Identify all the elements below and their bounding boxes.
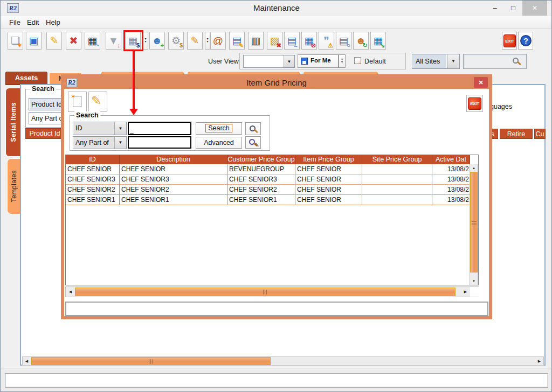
table-cell[interactable]: CHEF SENIOR1	[66, 195, 120, 205]
user-refresh-button[interactable]: ☻↻	[353, 32, 369, 50]
edit-button[interactable]: ✎	[46, 32, 62, 50]
scroll-left-icon[interactable]: ◀	[23, 357, 31, 365]
main-column-product-id[interactable]: Product Id	[25, 128, 64, 139]
dialog-close-button[interactable]: ✕	[474, 77, 488, 88]
help-button[interactable]: ?	[518, 32, 533, 50]
dialog-hscroll-thumb[interactable]	[75, 288, 456, 296]
chevron-down-icon[interactable]: ▼	[447, 54, 459, 68]
grid-export-button[interactable]: ▦↘	[370, 32, 386, 50]
for-me-spinner[interactable]: ▾ ▾	[339, 54, 346, 68]
chevron-down-icon[interactable]: ▼	[114, 137, 126, 149]
edit-document-button[interactable]: ✎	[187, 32, 203, 50]
export-document-button[interactable]: ▤→	[284, 32, 300, 50]
column-header-site-price-group[interactable]: Site Price Group	[362, 155, 432, 164]
scroll-left-icon[interactable]: ◀	[66, 288, 74, 296]
menu-file[interactable]: File	[7, 18, 23, 27]
search-lookup-button[interactable]	[245, 122, 261, 135]
dialog-horizontal-scrollbar[interactable]: ◀ ▶	[65, 286, 479, 297]
package-delete-button[interactable]: ▧✖	[267, 32, 282, 50]
freight-button[interactable]: ▦◔	[85, 32, 100, 50]
sidetab-templates[interactable]: Templates	[7, 158, 20, 214]
dialog-exit-button[interactable]: EXIT	[466, 95, 483, 112]
advanced-button[interactable]: Advanced	[196, 137, 242, 149]
sidetab-serial-items[interactable]: Serial Items	[5, 88, 20, 157]
filter-button[interactable]: ▼↓	[106, 32, 121, 50]
default-checkbox[interactable]	[354, 57, 361, 64]
quick-search-input[interactable]	[463, 54, 527, 69]
table-cell[interactable]: CHEF SENIOR1	[227, 195, 295, 205]
main-horizontal-scrollbar[interactable]: ◀ ▶	[22, 356, 544, 366]
scroll-right-icon[interactable]: ▶	[461, 288, 470, 296]
advanced-search-button[interactable]: ✎	[245, 136, 261, 149]
menu-help[interactable]: Help	[44, 18, 63, 27]
menu-edit[interactable]: Edit	[25, 18, 41, 27]
column-header-customer-price-group[interactable]: Customer Price Group	[227, 155, 295, 164]
scroll-right-icon[interactable]: ▶	[535, 357, 543, 365]
table-cell[interactable]: REVENUEGROUP	[227, 164, 295, 174]
table-cell[interactable]: CHEF SENIOR2	[120, 185, 227, 195]
dialog-field-combo[interactable]: ID ▼	[73, 122, 127, 135]
list-search-button[interactable]: ▤○	[336, 32, 351, 50]
table-cell[interactable]: CHEF SENIOR	[120, 164, 227, 174]
maximize-button[interactable]: □	[505, 1, 521, 16]
scroll-up-icon[interactable]: ▲	[470, 164, 478, 172]
table-cell[interactable]	[362, 174, 432, 185]
table-cell[interactable]: CHEF SENIOR	[295, 174, 362, 185]
add-user-button[interactable]: ☻+	[149, 32, 165, 50]
table-row[interactable]: CHEF SENIORCHEF SENIORREVENUEGROUPCHEF S…	[66, 164, 478, 174]
dialog-edit-button[interactable]: ✎	[88, 92, 107, 112]
table-cell[interactable]: CHEF SENIOR3	[66, 174, 120, 185]
item-grid-dropdown-button[interactable]: ▾ ▾	[143, 32, 148, 50]
table-cell[interactable]: CHEF SENIOR1	[120, 195, 227, 205]
site-combo[interactable]: All Sites ▼	[412, 54, 460, 69]
dialog-search-input[interactable]: _	[128, 122, 191, 135]
edit-document-dropdown-button[interactable]: ▾ ▾	[205, 32, 210, 50]
exit-button[interactable]: EXIT	[502, 32, 517, 50]
partial-column-retire[interactable]: Retire	[500, 129, 533, 139]
delete-button[interactable]: ✖	[66, 32, 81, 50]
user-view-combo[interactable]: ▼	[243, 55, 295, 68]
table-cell[interactable]	[362, 195, 432, 205]
table-row[interactable]: CHEF SENIOR2CHEF SENIOR2CHEF SENIOR2CHEF…	[66, 185, 478, 195]
save-button[interactable]: ▣	[26, 32, 42, 50]
table-cell[interactable]: CHEF SENIOR	[295, 185, 362, 195]
message-alert-button[interactable]: ❞⚠	[319, 32, 334, 50]
dialog-match-input[interactable]	[128, 136, 191, 149]
table-cell[interactable]: CHEF SENIOR3	[227, 174, 295, 185]
main-hscroll-thumb[interactable]	[31, 357, 271, 365]
table-cell[interactable]: CHEF SENIOR	[66, 164, 120, 174]
tab-assets[interactable]: Assets	[5, 71, 48, 85]
table-cell[interactable]	[362, 185, 432, 195]
partial-column[interactable]: Cu	[534, 129, 546, 139]
table-cell[interactable]: 13/08/2	[432, 195, 470, 205]
dialog-title-bar[interactable]: R2 Item Grid Pricing ✕	[64, 78, 489, 89]
table-cell[interactable]: CHEF SENIOR2	[227, 185, 295, 195]
table-cell[interactable]: CHEF SENIOR	[295, 164, 362, 174]
column-header-description[interactable]: Description	[120, 155, 227, 164]
close-button[interactable]: ✕	[522, 1, 547, 16]
email-button[interactable]: @	[210, 32, 226, 50]
table-cell[interactable]: CHEF SENIOR2	[66, 185, 120, 195]
table-row[interactable]: CHEF SENIOR3CHEF SENIOR3CHEF SENIOR3CHEF…	[66, 174, 478, 185]
chevron-down-icon[interactable]: ▼	[114, 122, 126, 135]
dialog-match-combo[interactable]: Any Part of ... ▼	[73, 136, 127, 149]
dialog-vertical-scrollbar[interactable]: ▲ ▼	[470, 164, 478, 285]
column-header-active-dat[interactable]: Active Dat	[432, 155, 470, 164]
dialog-new-button[interactable]: ✶	[68, 92, 87, 112]
barcode-print-button[interactable]: ▥	[248, 32, 264, 50]
table-row[interactable]: CHEF SENIOR1CHEF SENIOR1CHEF SENIOR1CHEF…	[66, 195, 478, 205]
table-cell[interactable]: 13/08/2	[432, 185, 470, 195]
table-cell[interactable]: 13/08/2	[432, 164, 470, 174]
search-button[interactable]: Search	[196, 122, 242, 135]
table-cell[interactable]	[362, 164, 432, 174]
form-edit-button[interactable]: ▤✎	[229, 32, 245, 50]
dialog-vscroll-thumb[interactable]	[470, 172, 478, 272]
new-document-button[interactable]: ❏✶	[8, 32, 23, 50]
column-header-id[interactable]: ID	[66, 155, 120, 164]
grid-disable-button[interactable]: ▦⊘	[301, 32, 317, 50]
column-header-item-price-group[interactable]: Item Price Group	[295, 155, 362, 164]
scroll-down-icon[interactable]: ▼	[470, 277, 478, 285]
for-me-button[interactable]: For Me	[298, 54, 339, 68]
chevron-down-icon[interactable]: ▼	[284, 55, 294, 67]
costing-button[interactable]: ⚙$	[168, 32, 184, 50]
